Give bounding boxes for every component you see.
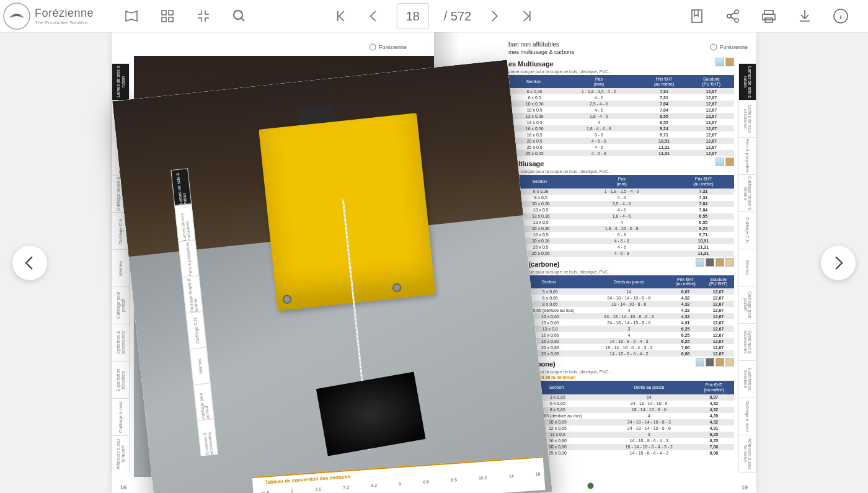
index-tab[interactable]: Outillage C.N.	[738, 212, 756, 249]
index-tab[interactable]: Systèmes & accessoires	[112, 324, 130, 361]
svg-point-14	[370, 44, 376, 50]
svg-point-5	[234, 11, 242, 19]
section-carbone-1: t bois (carbone) Lame conçue pour la cou…	[508, 260, 734, 357]
download-icon[interactable]	[796, 7, 813, 25]
index-tab[interactable]: Exploitation forestière	[112, 361, 130, 398]
section-multiusage-1: es Multiusage Lame conçue pour la coupe …	[508, 60, 734, 156]
index-tab[interactable]: Mèches	[112, 249, 130, 286]
print-icon[interactable]	[760, 7, 777, 25]
last-page-icon[interactable]	[518, 7, 536, 25]
svg-rect-2	[169, 11, 173, 15]
svg-point-17	[588, 483, 594, 489]
brand-name: Forézienne	[35, 7, 94, 20]
flipping-page: Lames de scie à rubanLames de scie circu…	[112, 60, 552, 493]
share-icon[interactable]	[724, 7, 742, 25]
nav-prev-button[interactable]	[12, 246, 47, 280]
index-tab[interactable]: Outillage à main	[738, 398, 756, 435]
page-total: / 572	[444, 9, 471, 24]
svg-rect-10	[764, 11, 773, 14]
page-heading-1: ban non affûtables	[508, 41, 734, 48]
svg-rect-1	[162, 11, 166, 15]
next-page-icon[interactable]	[486, 7, 503, 25]
index-tab[interactable]: Outillage toupie & fenêtre	[738, 175, 756, 212]
index-tab[interactable]: Fers & plaquettes	[738, 138, 756, 175]
thumbnails-icon[interactable]	[159, 7, 176, 25]
page-number-right: 19	[742, 484, 748, 491]
svg-rect-3	[162, 17, 166, 22]
nav-next-button[interactable]	[821, 246, 856, 280]
brand-logo[interactable]: ForézienneThe Productive Solution	[0, 1, 105, 31]
page-number-left: 16	[120, 484, 126, 491]
svg-rect-4	[169, 17, 173, 22]
viewer-stage: Lames de scie à rubanLames de scie circu…	[0, 32, 868, 493]
index-tab[interactable]: Lames de scie à ruban	[112, 63, 130, 100]
index-tab[interactable]: Outillage pour portatif	[738, 286, 756, 324]
index-tab[interactable]: Lames de scie circulaires	[738, 100, 756, 138]
right-index-tabs: Lames de scie à rubanLames de scie circu…	[738, 63, 756, 473]
prev-page-icon[interactable]	[365, 7, 382, 25]
svg-point-8	[727, 14, 731, 18]
eco-logo	[587, 482, 594, 489]
index-tab[interactable]: Systèmes & accessoires	[738, 324, 756, 361]
search-icon[interactable]	[231, 7, 248, 25]
svg-point-7	[735, 10, 738, 14]
info-icon[interactable]	[832, 7, 849, 25]
brand-tagline: The Productive Solution	[35, 20, 94, 25]
fullscreen-exit-icon[interactable]	[195, 7, 212, 25]
section-multiusage-2: Multiusage Lame conçue pour la coupe de …	[508, 160, 734, 256]
index-tab[interactable]: Mèches	[738, 249, 756, 286]
svg-rect-11	[763, 14, 775, 20]
svg-point-9	[735, 19, 738, 22]
index-tab[interactable]: Outillage à main	[112, 398, 130, 435]
index-tab[interactable]: Exploitation forestière	[738, 361, 756, 398]
index-tab[interactable]: Lames de scie à ruban	[738, 63, 756, 100]
bookmark-icon[interactable]	[688, 7, 706, 25]
index-tab[interactable]: Affûteuse à eau Tormek®	[112, 435, 130, 473]
index-tab[interactable]: Outillage pour portatif	[112, 286, 130, 324]
page-input[interactable]	[397, 3, 429, 29]
page-brand: Forézienne	[369, 43, 407, 51]
book-view-icon[interactable]	[123, 7, 140, 25]
svg-rect-6	[692, 10, 702, 22]
page-heading-2: mes multiusage & carbone	[508, 49, 734, 55]
toolbar: ForézienneThe Productive Solution / 572	[0, 0, 868, 32]
index-tab[interactable]: Affûteuse à eau Tormek®	[738, 435, 756, 473]
first-page-icon[interactable]	[332, 7, 350, 25]
